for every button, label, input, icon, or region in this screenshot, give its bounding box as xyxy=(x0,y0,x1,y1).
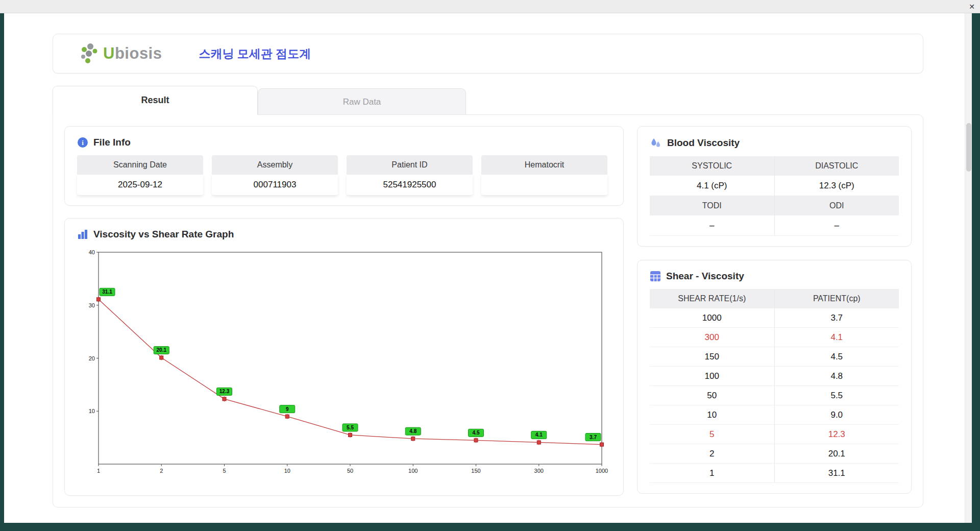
systolic-header: SYSTOLIC xyxy=(650,156,775,176)
todi-value: – xyxy=(650,215,775,236)
file-info-field: Assembly000711903 xyxy=(212,155,338,195)
table-row: TODI ODI xyxy=(650,196,899,215)
svg-text:4.5: 4.5 xyxy=(473,430,480,436)
field-value: 2025-09-12 xyxy=(77,175,203,195)
svg-text:5.5: 5.5 xyxy=(347,425,354,430)
patient-cell: 5.5 xyxy=(775,386,899,405)
shear-rate-cell: 100 xyxy=(650,367,775,386)
graph-card: Viscosity vs Shear Rate Graph 1251050100… xyxy=(64,218,624,496)
table-row: 131.1 xyxy=(650,464,899,483)
patient-cell: 4.8 xyxy=(775,367,899,386)
brand-name: Ubiosis xyxy=(103,44,162,63)
field-label: Scanning Date xyxy=(77,155,203,175)
tab-bar: Result Raw Data xyxy=(53,86,923,115)
main-panel: Ubiosis 스캐닝 모세관 점도계 Result Raw Data i xyxy=(4,13,972,523)
file-info-title: File Info xyxy=(93,137,131,148)
patient-cell: 3.7 xyxy=(775,308,899,328)
table-row: 3004.1 xyxy=(650,328,899,347)
svg-text:3.7: 3.7 xyxy=(590,435,597,440)
result-content: i File Info Scanning Date2025-09-12Assem… xyxy=(53,114,923,508)
bar-chart-icon xyxy=(77,229,88,240)
shear-rate-cell: 1 xyxy=(650,464,775,483)
patient-cell: 31.1 xyxy=(775,464,899,483)
svg-text:i: i xyxy=(82,139,84,147)
file-info-field: Patient ID52541925500 xyxy=(347,155,473,195)
table-row: – – xyxy=(650,215,899,236)
file-info-card: i File Info Scanning Date2025-09-12Assem… xyxy=(64,126,624,206)
table-row: 512.3 xyxy=(650,425,899,444)
blood-viscosity-title: Blood Viscosity xyxy=(667,137,740,149)
viscosity-chart: 125105010015030010001020304031.120.112.3… xyxy=(77,247,608,479)
table-row: 1004.8 xyxy=(650,367,899,386)
shear-rate-cell: 10 xyxy=(650,405,775,425)
svg-text:2: 2 xyxy=(160,468,163,474)
patient-column-header: PATIENT(cp) xyxy=(775,289,899,308)
shear-viscosity-header: Shear - Viscosity xyxy=(650,271,899,282)
shear-rate-cell: 2 xyxy=(650,444,775,464)
table-row: 505.5 xyxy=(650,386,899,405)
svg-text:10: 10 xyxy=(89,408,95,414)
shear-viscosity-card: Shear - Viscosity SHEAR RATE(1/s) PATIEN… xyxy=(637,260,912,494)
svg-text:5: 5 xyxy=(223,468,226,474)
svg-text:30: 30 xyxy=(89,302,95,308)
table-row: SYSTOLIC DIASTOLIC xyxy=(650,156,899,176)
field-value: 52541925500 xyxy=(347,175,473,195)
table-row: 1504.5 xyxy=(650,347,899,367)
blood-viscosity-card: Blood Viscosity SYSTOLIC DIASTOLIC 4.1 (… xyxy=(637,126,912,247)
svg-text:300: 300 xyxy=(534,468,544,474)
table-row: 220.1 xyxy=(650,444,899,464)
table-row: 109.0 xyxy=(650,405,899,425)
todi-header: TODI xyxy=(650,196,775,215)
ubiosis-logo: Ubiosis xyxy=(80,42,162,65)
shear-viscosity-table: SHEAR RATE(1/s) PATIENT(cp) 10003.73004.… xyxy=(650,289,899,483)
blood-viscosity-header: Blood Viscosity xyxy=(650,137,899,149)
shear-rate-cell: 150 xyxy=(650,347,775,367)
blood-viscosity-table: SYSTOLIC DIASTOLIC 4.1 (cP) 12.3 (cP) TO… xyxy=(650,156,899,236)
shear-viscosity-title: Shear - Viscosity xyxy=(666,271,744,282)
svg-text:12.3: 12.3 xyxy=(219,389,230,394)
grid-table-icon xyxy=(650,271,661,282)
file-info-field: Scanning Date2025-09-12 xyxy=(77,155,203,195)
field-label: Assembly xyxy=(212,155,338,175)
field-value: 000711903 xyxy=(212,175,338,195)
patient-cell: 9.0 xyxy=(775,405,899,425)
brand-rest: biosis xyxy=(115,44,162,62)
patient-cell: 20.1 xyxy=(775,444,899,464)
svg-text:4.8: 4.8 xyxy=(409,428,416,434)
shear-rate-cell: 300 xyxy=(650,328,775,347)
patient-cell: 12.3 xyxy=(775,425,899,444)
water-drops-icon xyxy=(650,137,662,149)
window-titlebar: ✕ xyxy=(0,0,980,13)
svg-text:50: 50 xyxy=(347,468,353,474)
field-value xyxy=(481,175,607,195)
table-header-row: SHEAR RATE(1/s) PATIENT(cp) xyxy=(650,289,899,308)
svg-text:20.1: 20.1 xyxy=(157,347,167,353)
tab-result[interactable]: Result xyxy=(53,86,258,115)
info-icon: i xyxy=(77,137,88,148)
svg-text:100: 100 xyxy=(408,468,418,474)
svg-text:10: 10 xyxy=(284,468,290,474)
svg-text:1000: 1000 xyxy=(596,468,608,474)
left-column: i File Info Scanning Date2025-09-12Assem… xyxy=(64,126,624,496)
scrollbar-thumb[interactable] xyxy=(966,123,971,172)
tab-raw-data[interactable]: Raw Data xyxy=(258,88,466,115)
logo-dots-icon xyxy=(80,42,99,65)
patient-cell: 4.5 xyxy=(775,347,899,367)
svg-text:4.1: 4.1 xyxy=(535,432,543,438)
svg-text:40: 40 xyxy=(89,249,95,255)
scrollbar-track[interactable] xyxy=(965,13,972,523)
shear-rate-column-header: SHEAR RATE(1/s) xyxy=(650,289,775,308)
right-column: Blood Viscosity SYSTOLIC DIASTOLIC 4.1 (… xyxy=(637,126,912,496)
file-info-field: Hematocrit xyxy=(481,155,607,195)
file-info-header: i File Info xyxy=(77,137,611,148)
app-header-card: Ubiosis 스캐닝 모세관 점도계 xyxy=(53,34,923,74)
svg-text:1: 1 xyxy=(97,468,100,474)
table-row: 4.1 (cP) 12.3 (cP) xyxy=(650,176,899,196)
shear-rate-cell: 1000 xyxy=(650,308,775,328)
field-label: Patient ID xyxy=(347,155,473,175)
svg-text:9: 9 xyxy=(286,406,289,412)
svg-text:150: 150 xyxy=(471,468,480,474)
close-icon[interactable]: ✕ xyxy=(969,2,975,11)
graph-header: Viscosity vs Shear Rate Graph xyxy=(77,229,611,240)
svg-text:20: 20 xyxy=(89,355,95,361)
